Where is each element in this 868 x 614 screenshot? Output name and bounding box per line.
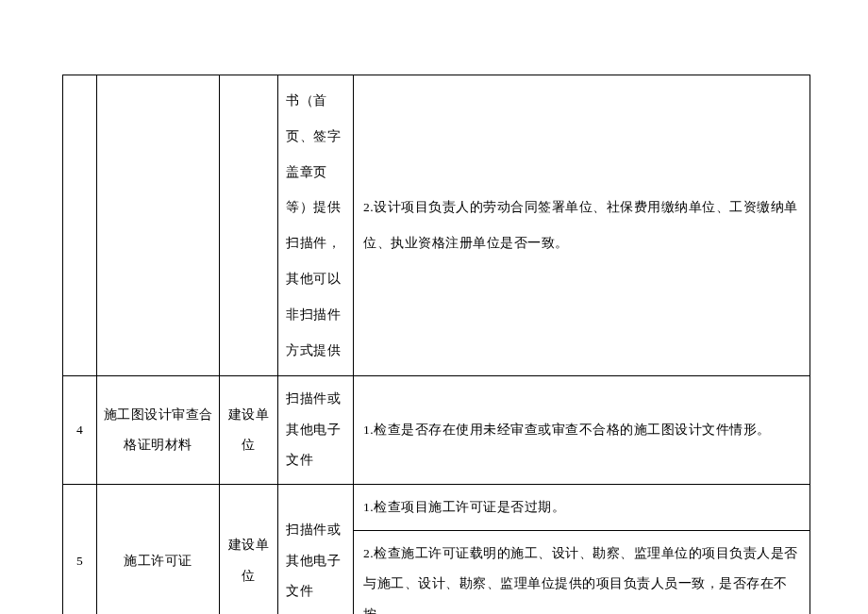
- document-page: 书（首页、签字盖章页等）提供扫描件，其他可以非扫描件方式提供 2.设计项目负责人…: [0, 0, 868, 614]
- table-row: 5 施工许可证 建设单位 扫描件或其他电子文件 1.检查项目施工许可证是否过期。: [63, 484, 810, 530]
- cell-material: [97, 75, 220, 376]
- cell-unit: 建设单位: [220, 376, 278, 484]
- cell-unit: 建设单位: [220, 484, 278, 614]
- cell-format: 扫描件或其他电子文件: [278, 484, 354, 614]
- cell-num: 5: [63, 484, 97, 614]
- cell-format: 扫描件或其他电子文件: [278, 376, 354, 484]
- cell-material: 施工图设计审查合格证明材料: [97, 376, 220, 484]
- cell-num: [63, 75, 97, 376]
- cell-check: 2.检查施工许可证载明的施工、设计、勘察、监理单位的项目负责人是否与施工、设计、…: [354, 530, 810, 614]
- cell-unit: [220, 75, 278, 376]
- cell-check: 1.检查是否存在使用未经审查或审查不合格的施工图设计文件情形。: [354, 376, 810, 484]
- requirements-table: 书（首页、签字盖章页等）提供扫描件，其他可以非扫描件方式提供 2.设计项目负责人…: [62, 75, 810, 614]
- cell-num: 4: [63, 376, 97, 484]
- cell-check: 1.检查项目施工许可证是否过期。: [354, 484, 810, 530]
- table-row: 4 施工图设计审查合格证明材料 建设单位 扫描件或其他电子文件 1.检查是否存在…: [63, 376, 810, 484]
- cell-format: 书（首页、签字盖章页等）提供扫描件，其他可以非扫描件方式提供: [278, 75, 354, 376]
- table-row: 书（首页、签字盖章页等）提供扫描件，其他可以非扫描件方式提供 2.设计项目负责人…: [63, 75, 810, 376]
- cell-check: 2.设计项目负责人的劳动合同签署单位、社保费用缴纳单位、工资缴纳单位、执业资格注…: [354, 75, 810, 376]
- cell-material: 施工许可证: [97, 484, 220, 614]
